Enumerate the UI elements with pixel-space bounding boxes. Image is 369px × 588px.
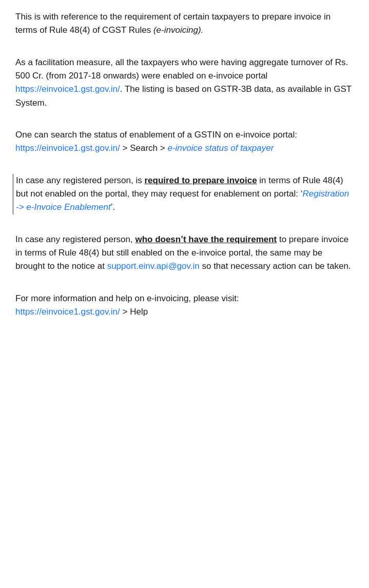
section-6-link-line: https://einvoice1.gst.gov.in/ > Help bbox=[15, 305, 354, 319]
section-2: As a facilitation measure, all the taxpa… bbox=[15, 56, 354, 110]
section-6-text-before: For more information and help on e-invoi… bbox=[15, 293, 239, 303]
section-5-text: In case any registered person, who doesn… bbox=[15, 233, 354, 273]
section-6-help-text: > Help bbox=[120, 307, 148, 317]
section-1-text: This is with reference to the requiremen… bbox=[15, 10, 354, 37]
section-5-text-before: In case any registered person, bbox=[15, 234, 135, 244]
section-3-text: One can search the status of enablement … bbox=[15, 128, 354, 155]
section-2-text: As a facilitation measure, all the taxpa… bbox=[15, 56, 354, 110]
section-1: This is with reference to the requiremen… bbox=[15, 10, 354, 37]
section-4-text: In case any registered person, is requir… bbox=[16, 174, 354, 214]
section-5-text-end: so that necessary action can be taken. bbox=[200, 261, 351, 271]
section-4-text-end: ’. bbox=[111, 202, 115, 212]
section-3: One can search the status of enablement … bbox=[15, 128, 354, 155]
einvoice-link-1[interactable]: https://einvoice1.gst.gov.in/ bbox=[15, 84, 120, 94]
einvoice-link-2[interactable]: https://einvoice1.gst.gov.in/ bbox=[15, 143, 120, 153]
section-5: In case any registered person, who doesn… bbox=[15, 233, 354, 273]
einvoice-link-3[interactable]: https://einvoice1.gst.gov.in/ bbox=[15, 307, 120, 317]
page-content: This is with reference to the requiremen… bbox=[15, 10, 354, 319]
einvoice-status-link[interactable]: e-invoice status of taxpayer bbox=[167, 143, 274, 153]
section-4-text-before: In case any registered person, is bbox=[16, 175, 144, 185]
section-2-text-before: As a facilitation measure, all the taxpa… bbox=[15, 57, 348, 81]
who-doesnt-have-requirement: who doesn’t have the requirement bbox=[135, 234, 277, 244]
section-3-text-before: One can search the status of enablement … bbox=[15, 130, 297, 140]
section-6-text: For more information and help on e-invoi… bbox=[15, 292, 354, 305]
section-4: In case any registered person, is requir… bbox=[12, 174, 354, 214]
section-6: For more information and help on e-invoi… bbox=[15, 292, 354, 319]
search-arrow: > Search > bbox=[120, 143, 168, 153]
section-1-italic: (e-invoicing). bbox=[153, 25, 203, 35]
required-to-prepare-invoice: required to prepare invoice bbox=[144, 175, 257, 185]
support-email-link[interactable]: support.einv.api@gov.in bbox=[107, 261, 200, 271]
